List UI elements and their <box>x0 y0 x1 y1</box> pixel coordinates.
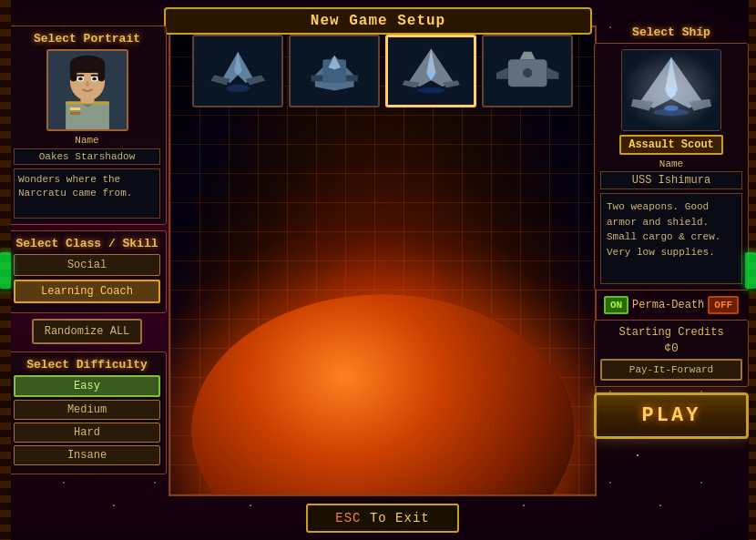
ship-option-4[interactable] <box>482 35 573 107</box>
esc-bar: ESC To Exit <box>169 504 597 533</box>
perma-death-on-button[interactable]: ON <box>604 296 628 314</box>
svg-point-37 <box>417 87 444 93</box>
portrait-section: Select Portrait <box>7 25 167 225</box>
right-panel: Select Ship <box>594 25 749 439</box>
difficulty-medium-button[interactable]: Medium <box>14 400 160 420</box>
bio-text: Wonders where the Narcratu came from. <box>14 168 160 219</box>
svg-point-14 <box>77 77 82 81</box>
ship-description: Two weapons. Good armor and shield. Smal… <box>600 193 742 284</box>
svg-point-18 <box>86 81 89 87</box>
esc-text: To Exit <box>370 511 430 525</box>
ship-option-1[interactable] <box>192 35 283 107</box>
ship-uss-label: Name <box>600 158 742 169</box>
credits-section: Starting Credits ¢0 Pay-It-Forward <box>594 320 749 387</box>
svg-point-24 <box>226 85 250 93</box>
ship-display-section: Assault Scout Name USS Ishimura Two weap… <box>594 43 749 290</box>
svg-rect-52 <box>622 50 720 130</box>
svg-rect-11 <box>97 64 105 81</box>
ship-select-label: Select Ship <box>594 25 749 39</box>
randomize-section: Randomize ALL <box>7 319 167 344</box>
svg-rect-10 <box>69 64 77 81</box>
svg-point-43 <box>523 68 532 77</box>
difficulty-hard-button[interactable]: Hard <box>14 423 160 443</box>
right-indicator-light <box>745 252 756 289</box>
esc-key-label: ESC <box>335 511 361 525</box>
left-indicator-light <box>0 252 11 289</box>
svg-point-36 <box>428 72 434 78</box>
left-panel: Select Portrait <box>7 25 167 474</box>
svg-rect-5 <box>69 112 79 115</box>
class-label: Select Class / Skill <box>14 237 160 250</box>
portrait-label: Select Portrait <box>14 32 160 46</box>
difficulty-section: Select Difficulty Easy Medium Hard Insan… <box>7 352 167 474</box>
window-title: New Game Setup <box>164 7 592 35</box>
svg-rect-30 <box>346 75 358 81</box>
ship-name-badge: Assault Scout <box>619 135 723 155</box>
pay-it-forward-button[interactable]: Pay-It-Forward <box>600 359 742 381</box>
class-social-button[interactable]: Social <box>14 254 160 276</box>
ship-uss-value: USS Ishimura <box>600 171 742 189</box>
esc-button[interactable]: ESC To Exit <box>306 504 458 533</box>
difficulty-insane-button[interactable]: Insane <box>14 445 160 465</box>
name-field-label: Name <box>14 135 160 146</box>
svg-rect-4 <box>69 107 79 110</box>
credits-label: Starting Credits <box>600 326 742 339</box>
ship-selection-strip <box>178 35 587 107</box>
svg-rect-17 <box>90 75 97 76</box>
skill-learning-coach-button[interactable]: Learning Coach <box>14 280 160 303</box>
svg-rect-29 <box>311 75 322 81</box>
credits-value: ¢0 <box>600 341 742 355</box>
portrait-box[interactable] <box>46 49 128 131</box>
character-name[interactable]: Oakes Starshadow <box>14 148 160 165</box>
difficulty-label: Select Difficulty <box>14 358 160 372</box>
ship-option-2[interactable] <box>289 35 380 107</box>
ship-option-3-assault-scout[interactable] <box>385 35 476 107</box>
perma-death-label: Perma-Death <box>632 299 704 311</box>
svg-point-15 <box>92 77 97 81</box>
class-section: Select Class / Skill Social Learning Coa… <box>7 230 167 313</box>
perma-death-row: ON Perma-Death OFF <box>594 296 749 314</box>
game-viewport <box>169 25 597 496</box>
difficulty-easy-button[interactable]: Easy <box>14 375 160 397</box>
randomize-all-button[interactable]: Randomize ALL <box>32 319 143 344</box>
ship-large-preview <box>621 49 721 131</box>
svg-rect-16 <box>77 75 84 76</box>
perma-death-off-button[interactable]: OFF <box>708 296 739 314</box>
play-button[interactable]: PLAY <box>594 392 749 439</box>
